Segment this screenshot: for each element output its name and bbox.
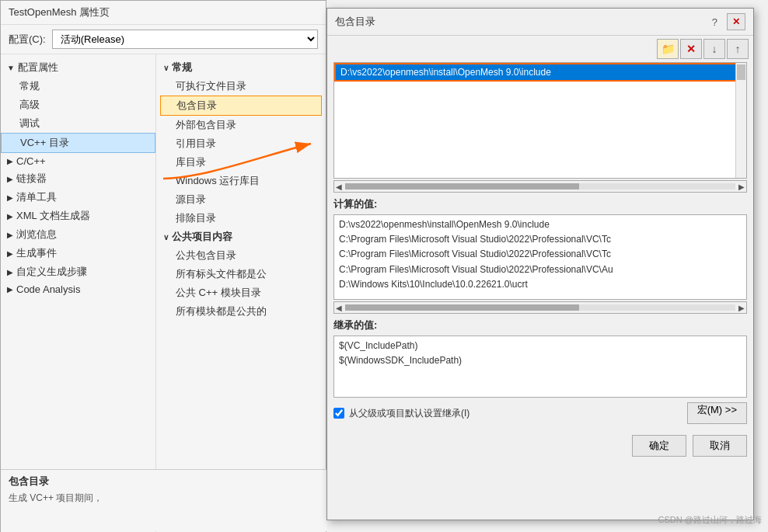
tree-arrow-browser: ▶	[7, 231, 13, 239]
tree-arrow-custom: ▶	[7, 268, 13, 276]
settings-group-general[interactable]: ∨ 常规	[160, 58, 322, 77]
macro-button[interactable]: 宏(M) >>	[687, 402, 747, 424]
down-arrow-icon: ↓	[712, 43, 717, 55]
tree-arrow-manifest: ▶	[7, 193, 13, 202]
dialog-title-bar: 包含目录 ? ✕	[327, 9, 753, 36]
description-panel: 包含目录 生成 VC++ 项目期间，	[1, 469, 327, 531]
computed-h-scroll-thumb	[345, 304, 579, 311]
tree-item-custom-build[interactable]: ▶ 自定义生成步骤	[1, 263, 155, 281]
path-vscroll[interactable]	[735, 63, 746, 178]
tree-item-general[interactable]: 常规	[1, 77, 155, 96]
settings-item-public-include[interactable]: 公共包含目录	[160, 246, 322, 265]
settings-item-all-headers[interactable]: 所有标头文件都是公	[160, 265, 322, 283]
tree-item-code-label: Code Analysis	[16, 283, 80, 295]
include-dirs-dialog: 包含目录 ? ✕ 📁 ✕ ↓ ↑ D:\vs2022\openmesh\inst…	[326, 8, 754, 520]
tree-arrow-code: ▶	[7, 285, 13, 294]
folder-browse-button[interactable]: 📁	[657, 39, 679, 59]
tree-item-build-events[interactable]: ▶ 生成事件	[1, 244, 155, 263]
tree-item-linker-label: 链接器	[16, 172, 47, 186]
tree-section-label: 配置属性	[18, 61, 58, 75]
main-window-title: TestOpenMesh 属性页	[9, 6, 110, 18]
inherited-value-0: $(VC_IncludePath)	[339, 339, 742, 353]
move-up-button[interactable]: ↑	[727, 39, 749, 59]
tree-item-vc-dirs[interactable]: VC++ 目录	[1, 133, 155, 153]
dialog-title: 包含目录	[335, 15, 375, 29]
tree-item-manifest-label: 清单工具	[16, 190, 57, 204]
tree-item-browser[interactable]: ▶ 浏览信息	[1, 225, 155, 244]
path-list-item-0[interactable]: D:\vs2022\openmesh\install\OpenMesh 9.0\…	[334, 63, 746, 82]
settings-public-label: 公共项目内容	[172, 230, 232, 244]
watermark: CSDN @路过山河，路过海	[658, 514, 762, 526]
tree-item-debug[interactable]: 调试	[1, 114, 155, 133]
settings-panel: ∨ 常规 可执行文件目录 包含目录 外部包含目录 引用目录 库目录 Window…	[156, 54, 326, 532]
h-scroll-left[interactable]: ◀	[336, 183, 342, 191]
settings-arrow-public: ∨	[163, 233, 169, 242]
tree-arrow-build: ▶	[7, 249, 13, 258]
tree-item-linker[interactable]: ▶ 链接器	[1, 169, 155, 188]
settings-arrow-general: ∨	[163, 64, 169, 72]
h-scrollbar[interactable]: ◀ ▶	[333, 180, 747, 193]
tree-item-advanced[interactable]: 高级	[1, 96, 155, 114]
computed-h-scroll-track	[345, 304, 735, 311]
config-select[interactable]: 活动(Release)	[52, 30, 318, 49]
computed-h-scroll-right[interactable]: ▶	[738, 304, 745, 312]
settings-item-ref-dir[interactable]: 引用目录	[160, 134, 322, 153]
main-content: ▼ 配置属性 常规 高级 调试 VC++ 目录 ▶ C/C++ ▶ 链接器 ▶ …	[1, 54, 326, 532]
config-row: 配置(C): 活动(Release)	[1, 25, 326, 54]
settings-item-source-dir[interactable]: 源目录	[160, 190, 322, 209]
computed-values-box: D:\vs2022\openmesh\install\OpenMesh 9.0\…	[333, 214, 747, 300]
settings-item-exe-dir[interactable]: 可执行文件目录	[160, 77, 322, 96]
delete-button[interactable]: ✕	[680, 39, 702, 59]
move-down-button[interactable]: ↓	[703, 39, 725, 59]
tree-item-xml[interactable]: ▶ XML 文档生成器	[1, 207, 155, 225]
computed-value-4: D:\Windows Kits\10\Include\10.0.22621.0\…	[339, 277, 742, 292]
dialog-close-button[interactable]: ✕	[727, 13, 745, 30]
config-label: 配置(C):	[9, 33, 46, 47]
computed-value-3: C:\Program Files\Microsoft Visual Studio…	[339, 263, 742, 277]
delete-icon: ✕	[686, 43, 696, 55]
tree-item-code-analysis[interactable]: ▶ Code Analysis	[1, 281, 155, 297]
settings-item-lib-dir[interactable]: 库目录	[160, 153, 322, 172]
path-list-wrapper: D:\vs2022\openmesh\install\OpenMesh 9.0\…	[333, 62, 747, 179]
path-list-scroll: D:\vs2022\openmesh\install\OpenMesh 9.0\…	[334, 63, 746, 178]
tree-item-browser-label: 浏览信息	[16, 228, 57, 242]
computed-value-0: D:\vs2022\openmesh\install\OpenMesh 9.0\…	[339, 217, 742, 232]
cancel-button[interactable]: 取消	[693, 435, 747, 457]
settings-item-cpp-modules[interactable]: 公共 C++ 模块目录	[160, 283, 322, 302]
tree-item-manifest[interactable]: ▶ 清单工具	[1, 188, 155, 207]
settings-item-exclude-dir[interactable]: 排除目录	[160, 209, 322, 228]
tree-item-custom-label: 自定义生成步骤	[16, 265, 87, 279]
up-arrow-icon: ↑	[735, 43, 741, 55]
computed-h-scroll-left[interactable]: ◀	[336, 304, 342, 312]
dialog-action-buttons: 确定 取消	[327, 429, 753, 463]
settings-group-public[interactable]: ∨ 公共项目内容	[160, 228, 322, 246]
computed-value-1: C:\Program Files\Microsoft Visual Studio…	[339, 232, 742, 247]
computed-h-scrollbar[interactable]: ◀ ▶	[333, 301, 747, 314]
tree-item-cpp[interactable]: ▶ C/C++	[1, 153, 155, 169]
dialog-toolbar: 📁 ✕ ↓ ↑	[327, 36, 753, 62]
computed-label: 计算的值:	[327, 194, 753, 214]
settings-item-include-dir[interactable]: 包含目录	[160, 96, 322, 116]
settings-item-win-runtime[interactable]: Windows 运行库目	[160, 172, 322, 190]
ok-button[interactable]: 确定	[632, 435, 686, 457]
h-scroll-thumb	[345, 183, 579, 190]
inherited-values-box: $(VC_IncludePath) $(WindowsSDK_IncludePa…	[333, 336, 747, 398]
tree-arrow-xml: ▶	[7, 212, 13, 221]
tree-panel: ▼ 配置属性 常规 高级 调试 VC++ 目录 ▶ C/C++ ▶ 链接器 ▶ …	[1, 54, 156, 532]
inherit-checkbox[interactable]	[333, 408, 344, 419]
inherit-checkbox-row: 从父级或项目默认设置继承(I) 宏(M) >>	[333, 402, 747, 424]
tree-section-config[interactable]: ▼ 配置属性	[1, 58, 155, 77]
folder-icon: 📁	[662, 43, 675, 55]
description-text: 生成 VC++ 项目期间，	[9, 492, 319, 505]
inherited-value-1: $(WindowsSDK_IncludePath)	[339, 353, 742, 368]
tree-arrow-cpp: ▶	[7, 157, 13, 165]
inherited-label: 继承的值:	[327, 315, 753, 336]
tree-item-xml-label: XML 文档生成器	[16, 209, 90, 223]
dialog-question-mark[interactable]: ?	[712, 16, 717, 28]
settings-item-external-include[interactable]: 外部包含目录	[160, 116, 322, 134]
h-scroll-right[interactable]: ▶	[738, 183, 745, 191]
settings-item-all-modules[interactable]: 所有模块都是公共的	[160, 302, 322, 321]
tree-item-cpp-label: C/C++	[16, 155, 46, 167]
path-vscroll-thumb	[737, 64, 745, 80]
settings-general-label: 常规	[172, 61, 192, 75]
